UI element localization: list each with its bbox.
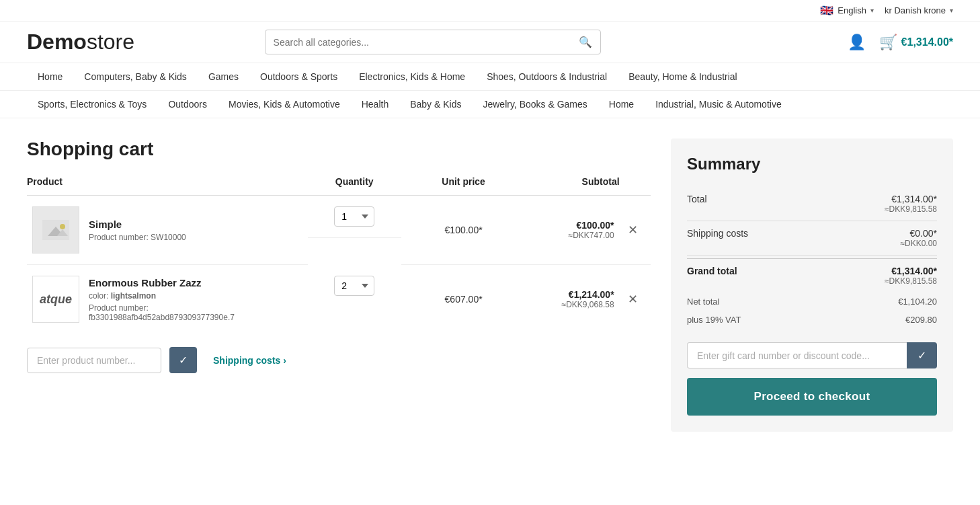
- product-color-2: color: lightsalmon: [89, 291, 235, 301]
- nav-item-electronics[interactable]: Electronics, Kids & Home: [348, 63, 476, 90]
- nav-item-industrial[interactable]: Industrial, Music & Automotive: [645, 91, 792, 118]
- nav-item-home-sec[interactable]: Home: [598, 91, 645, 118]
- cart-button[interactable]: 🛒 €1,314.00*: [879, 34, 953, 51]
- col-header-product: Product: [27, 176, 308, 196]
- logo-bold: Demo: [27, 30, 87, 54]
- summary-box: Summary Total €1,314.00* ≈DKK9,815.58 Sh…: [671, 139, 953, 432]
- product-name-2: Enormous Rubber Zazz: [89, 277, 235, 288]
- summary-section: Summary Total €1,314.00* ≈DKK9,815.58 Sh…: [671, 139, 953, 432]
- product-image-2: atque: [32, 276, 79, 323]
- col-header-quantity: Quantity: [308, 176, 401, 196]
- chevron-down-icon: ▾: [870, 7, 874, 14]
- subtotal-2: €1,214.00* ≈DKK9,068.58: [526, 265, 619, 334]
- user-account-button[interactable]: 👤: [848, 34, 866, 51]
- product-image-1: [32, 206, 79, 254]
- unit-price-2: €607.00*: [401, 265, 526, 334]
- nav-item-outdoors-sports[interactable]: Outdoors & Sports: [249, 63, 348, 90]
- nav-item-jewelry[interactable]: Jewelry, Books & Games: [472, 91, 598, 118]
- chevron-down-currency-icon: ▾: [950, 7, 953, 14]
- checkout-button[interactable]: Proceed to checkout: [687, 378, 937, 416]
- cart-icon: 🛒: [879, 34, 897, 51]
- discount-apply-button[interactable]: ✓: [907, 342, 937, 368]
- secondary-nav: Sports, Electronics & Toys Outdoors Movi…: [0, 91, 980, 118]
- summary-row-total: Total €1,314.00* ≈DKK9,815.58: [687, 187, 937, 221]
- user-icon: 👤: [848, 34, 866, 51]
- summary-grand-total: Grand total €1,314.00* ≈DKK9,815.58: [687, 258, 937, 293]
- summary-grand-label: Grand total: [687, 266, 737, 286]
- cart-controls: ✓ Shipping costs ›: [27, 347, 651, 373]
- cart-section: Shopping cart Product Quantity Unit pric…: [27, 139, 651, 432]
- search-icon[interactable]: 🔍: [579, 36, 592, 48]
- product-number-input[interactable]: [27, 348, 161, 373]
- nav-item-baby-kids[interactable]: Baby & Kids: [399, 91, 472, 118]
- main-container: Shopping cart Product Quantity Unit pric…: [0, 118, 980, 452]
- primary-nav: Home Computers, Baby & Kids Games Outdoo…: [0, 63, 980, 91]
- language-selector[interactable]: 🇬🇧 English ▾: [820, 4, 874, 17]
- product-name-1: Simple: [89, 219, 186, 230]
- summary-net-total: Net total €1,104.20: [687, 293, 937, 311]
- discount-row: ✓: [687, 342, 937, 368]
- shipping-costs-link[interactable]: Shipping costs ›: [213, 355, 286, 366]
- summary-total-value: €1,314.00* ≈DKK9,815.58: [885, 194, 937, 214]
- product-info-1: Simple Product number: SW10000: [89, 219, 186, 242]
- remove-item-1-button[interactable]: ✕: [625, 220, 641, 240]
- cart-title: Shopping cart: [27, 139, 651, 160]
- logo-light: store: [87, 30, 134, 54]
- col-header-unit-price: Unit price: [401, 176, 526, 196]
- product-number-1: Product number: SW10000: [89, 233, 186, 242]
- language-label: English: [838, 5, 866, 15]
- logo[interactable]: Demostore: [27, 30, 134, 54]
- quantity-select-1[interactable]: 1 2 3: [334, 206, 374, 227]
- currency-label: kr Danish krone: [885, 5, 946, 15]
- checkmark-icon: ✓: [179, 354, 188, 366]
- header-actions: 👤 🛒 €1,314.00*: [848, 34, 953, 51]
- currency-selector[interactable]: kr Danish krone ▾: [885, 5, 953, 15]
- search-bar: 🔍: [265, 30, 601, 54]
- cart-row-1: Simple Product number: SW10000 1 2 3: [27, 196, 651, 265]
- summary-shipping-value: €0.00* ≈DKK0.00: [900, 228, 937, 248]
- product-info-2: Enormous Rubber Zazz color: lightsalmon …: [89, 277, 235, 322]
- remove-item-2-button[interactable]: ✕: [625, 289, 641, 309]
- unit-price-1: €100.00*: [401, 196, 526, 265]
- quantity-select-2[interactable]: 1 2 3: [334, 276, 374, 296]
- nav-item-home[interactable]: Home: [27, 63, 73, 90]
- vat-label: plus 19% VAT: [687, 315, 741, 325]
- nav-item-games[interactable]: Games: [198, 63, 249, 90]
- product-cell-2: atque Enormous Rubber Zazz color: lights…: [32, 276, 302, 323]
- product-cell-1: Simple Product number: SW10000: [32, 206, 302, 254]
- cart-row-2: atque Enormous Rubber Zazz color: lights…: [27, 265, 651, 334]
- vat-value: €209.80: [905, 315, 937, 325]
- nav-item-beauty[interactable]: Beauty, Home & Industrial: [618, 63, 748, 90]
- nav-item-health[interactable]: Health: [351, 91, 399, 118]
- top-bar: 🇬🇧 English ▾ kr Danish krone ▾: [0, 0, 980, 22]
- chevron-right-icon: ›: [283, 355, 286, 366]
- search-input[interactable]: [274, 37, 579, 48]
- nav-item-outdoors[interactable]: Outdoors: [157, 91, 218, 118]
- flag-icon: 🇬🇧: [820, 4, 833, 17]
- nav-item-movies[interactable]: Movies, Kids & Automotive: [218, 91, 351, 118]
- subtotal-1: €100.00* ≈DKK747.00: [526, 196, 619, 265]
- summary-grand-value: €1,314.00* ≈DKK9,815.58: [885, 266, 937, 286]
- nav-item-shoes[interactable]: Shoes, Outdoors & Industrial: [476, 63, 618, 90]
- product-number-2: Product number: fb3301988afb4d52abd87930…: [89, 303, 235, 322]
- net-total-label: Net total: [687, 297, 719, 307]
- cart-table: Product Quantity Unit price Subtotal: [27, 176, 651, 334]
- discount-checkmark-icon: ✓: [917, 349, 926, 362]
- col-header-subtotal: Subtotal: [526, 176, 619, 196]
- summary-title: Summary: [687, 155, 937, 173]
- header: Demostore 🔍 👤 🛒 €1,314.00*: [0, 22, 980, 63]
- nav-item-computers[interactable]: Computers, Baby & Kids: [73, 63, 198, 90]
- cart-total: €1,314.00*: [901, 36, 953, 48]
- summary-shipping-label: Shipping costs: [687, 228, 748, 239]
- net-total-value: €1,104.20: [898, 297, 937, 307]
- summary-row-shipping: Shipping costs €0.00* ≈DKK0.00: [687, 221, 937, 256]
- summary-vat: plus 19% VAT €209.80: [687, 311, 937, 329]
- summary-total-label: Total: [687, 194, 707, 204]
- discount-input[interactable]: [687, 342, 907, 368]
- nav-item-sports-electronics[interactable]: Sports, Electronics & Toys: [27, 91, 157, 118]
- svg-point-3: [60, 224, 65, 229]
- shipping-costs-label: Shipping costs: [213, 355, 280, 366]
- add-product-button[interactable]: ✓: [169, 347, 197, 373]
